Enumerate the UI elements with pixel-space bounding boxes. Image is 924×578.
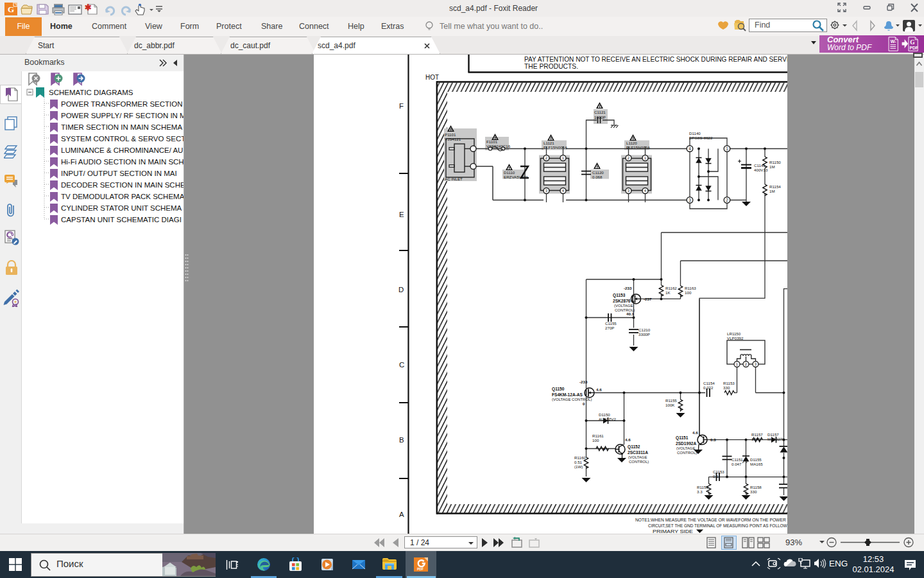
svg-text:D1140: D1140 (689, 131, 701, 136)
svg-text:POWER TRANSFORMER SECTION: POWER TRANSFORMER SECTION (61, 100, 183, 108)
svg-text:(VOLTAGE: (VOLTAGE (614, 304, 633, 308)
svg-text:VLP0392: VLP0392 (727, 336, 744, 340)
svg-text:VJS4121: VJS4121 (445, 137, 461, 141)
svg-text:1: 1 (726, 146, 728, 151)
svg-text:A: A (399, 511, 404, 518)
svg-text:1K: 1K (665, 290, 671, 295)
svg-text:THE PRODUCTS.: THE PRODUCTS. (524, 62, 578, 70)
svg-text:4.6: 4.6 (596, 387, 602, 392)
svg-text:0: 0 (583, 401, 585, 406)
svg-text:C1141: C1141 (754, 163, 766, 168)
svg-text:270P: 270P (605, 326, 614, 330)
svg-text:CAPSTAN UNIT SCHEMATIC DIAGI: CAPSTAN UNIT SCHEMATIC DIAGI (61, 216, 182, 223)
svg-text:R1154: R1154 (769, 184, 781, 189)
svg-text:PRIMARY SIDE: PRIMARY SIDE (653, 529, 693, 534)
svg-text:R1162: R1162 (665, 286, 677, 290)
svg-text:100: 100 (685, 290, 692, 295)
svg-text:R1150: R1150 (769, 160, 781, 164)
svg-text:CONTROL): CONTROL) (629, 460, 649, 464)
svg-text:VSF0243C16: VSF0243C16 (486, 144, 511, 148)
svg-text:(1W): (1W) (574, 464, 583, 469)
svg-text:C: C (399, 361, 404, 369)
svg-text:0.51: 0.51 (574, 460, 583, 464)
svg-text:FS4KM-12A-AS: FS4KM-12A-AS (552, 392, 583, 397)
svg-text:R1155: R1155 (665, 398, 677, 403)
svg-text:R1160: R1160 (574, 455, 586, 460)
svg-text:100K: 100K (665, 403, 675, 407)
svg-text:Q1153: Q1153 (613, 293, 626, 298)
svg-text:2SK2876: 2SK2876 (613, 299, 631, 303)
svg-text:L1121: L1121 (543, 141, 554, 145)
svg-text:ELF15N005A: ELF15N005A (543, 145, 568, 150)
svg-text:LR1150: LR1150 (727, 331, 741, 336)
svg-text:NOTE1:WHEN MEASURE THE VOLTAGE: NOTE1:WHEN MEASURE THE VOLTAGE OR WAVEFO… (635, 517, 787, 523)
svg-text:POWER SUPPLY/ RF SECTION IN M: POWER SUPPLY/ RF SECTION IN M (61, 112, 184, 119)
svg-text:R1163: R1163 (685, 286, 696, 290)
svg-text:AC INLET: AC INLET (445, 177, 463, 181)
svg-text:1M: 1M (769, 164, 775, 169)
svg-text:INPUT/ OUTPUT SECTION IN MAI: INPUT/ OUTPUT SECTION IN MAI (61, 170, 177, 177)
svg-text:C1153: C1153 (713, 469, 724, 474)
svg-text:C1154: C1154 (703, 381, 715, 385)
svg-text:D1157: D1157 (767, 432, 779, 437)
svg-text:Q1151: Q1151 (676, 435, 689, 441)
svg-text:C1155: C1155 (605, 321, 617, 326)
svg-text:1000P: 1000P (594, 115, 606, 119)
svg-text:DFG8S-8622: DFG8S-8622 (689, 136, 713, 140)
svg-text:-237: -237 (644, 297, 652, 301)
svg-text:C1210: C1210 (638, 328, 651, 332)
svg-text:W-: W- (891, 39, 897, 44)
svg-text:2SD1992A: 2SD1992A (676, 441, 696, 446)
svg-text:MA4027L: MA4027L (767, 437, 785, 441)
svg-text:F: F (399, 102, 404, 110)
svg-text:1800: 1800 (751, 437, 760, 441)
svg-text:PDF: PDF (417, 567, 424, 571)
svg-text:3.3: 3.3 (697, 489, 703, 494)
svg-text:R1157: R1157 (751, 432, 763, 437)
svg-text:C1151: C1151 (732, 457, 743, 462)
svg-text:PDF: PDF (910, 46, 918, 50)
svg-text:0: 0 (603, 446, 606, 451)
svg-text:B: B (399, 436, 404, 444)
svg-text:✱: ✱ (85, 3, 92, 12)
svg-text:ELF15N003A: ELF15N003A (626, 145, 651, 150)
svg-text:0.068: 0.068 (592, 175, 603, 179)
svg-text:-233: -233 (624, 286, 632, 290)
svg-text:G: G (910, 39, 915, 46)
svg-text:-233: -233 (579, 380, 588, 384)
svg-text:330: 330 (723, 385, 730, 390)
svg-text:D1150: D1150 (599, 412, 610, 417)
svg-text:SYSTEM CONTROL & SERVO SECT: SYSTEM CONTROL & SERVO SECT (61, 135, 184, 143)
svg-text:C1120: C1120 (592, 170, 604, 175)
svg-text:0.1: 0.1 (713, 474, 719, 478)
svg-text:4: 4 (689, 146, 691, 151)
svg-text:ERZVA5V471: ERZVA5V471 (504, 175, 529, 179)
svg-text:100: 100 (592, 438, 599, 442)
svg-text:D: D (398, 286, 404, 293)
svg-text:4.6: 4.6 (625, 437, 631, 442)
svg-text:R1158: R1158 (750, 485, 762, 489)
svg-text:R1159: R1159 (697, 485, 708, 489)
svg-text:L1120: L1120 (626, 141, 637, 145)
svg-text:DECODER SECTION IN MAIN SCHE: DECODER SECTION IN MAIN SCHE (61, 181, 184, 189)
svg-text:TIMER SECTION IN MAIN SCHEMA: TIMER SECTION IN MAIN SCHEMA (61, 123, 182, 131)
svg-text:4.6: 4.6 (692, 430, 698, 435)
svg-text:CONTROL): CONTROL) (677, 451, 697, 455)
svg-text:MA165: MA165 (750, 462, 763, 466)
svg-text:TV DEMODULATOR PACK SCHEMA: TV DEMODULATOR PACK SCHEMA (61, 193, 184, 200)
svg-text:0.047: 0.047 (732, 462, 742, 466)
svg-text:1M: 1M (769, 189, 775, 193)
svg-text:2: 2 (726, 198, 728, 202)
svg-text:400V33: 400V33 (754, 168, 768, 172)
svg-text:CYLINDER STATOR UNIT SCHEMA: CYLINDER STATOR UNIT SCHEMA (61, 204, 182, 212)
svg-text:G: G (8, 4, 14, 14)
svg-text:40.1: 40.1 (626, 311, 635, 316)
svg-text:CIRCUIT,SET THE GND TERMINAL O: CIRCUIT,SET THE GND TERMINAL OF MEASURIN… (648, 523, 787, 529)
svg-text:R1153: R1153 (723, 381, 735, 385)
svg-text:2SC3311A: 2SC3311A (628, 450, 648, 455)
svg-text:(VOLTAGE CONTROL): (VOLTAGE CONTROL) (552, 398, 592, 401)
svg-text:Q1150: Q1150 (552, 387, 565, 392)
svg-text:F1101: F1101 (486, 139, 498, 144)
svg-text:Q1152: Q1152 (628, 444, 640, 450)
svg-text:D1155: D1155 (750, 457, 762, 462)
